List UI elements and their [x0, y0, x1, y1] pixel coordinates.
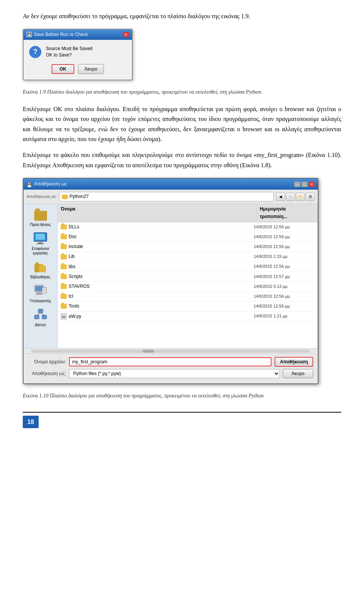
saveas-sidebar-item-recent[interactable]: Πρόσ.θέσεις	[25, 208, 56, 227]
filelist-row[interactable]: Tools14/8/2015 12:56 μμ	[58, 302, 317, 311]
saveas-view-button[interactable]: ☰	[306, 193, 315, 201]
saveas-filename-label: Όνομα αρχείου:	[28, 358, 66, 366]
folder-icon	[61, 254, 67, 259]
saveas-path-box[interactable]: Python27	[59, 192, 274, 201]
saveas-filetype-select[interactable]: Python files (*.py,*.pyw)	[69, 369, 280, 378]
filelist-row[interactable]: Scripts14/8/2015 12:57 μμ	[58, 272, 317, 282]
save-dialog-close-button[interactable]: ✕	[123, 32, 129, 37]
filelist-row-name: tcl	[61, 293, 254, 300]
saveas-sidebar-item-desktop[interactable]: Επιφάνεια εργασίας	[25, 232, 56, 256]
saveas-filetype-row: Αποθήκευση ως: Python files (*.py,*.pyw)…	[28, 369, 313, 378]
caption1: Εικόνα 1.9 Πλαίσιο διαλόγου για αποθήκευ…	[23, 88, 341, 96]
filelist-row-name: include	[61, 243, 254, 250]
svg-rect-16	[38, 309, 43, 313]
filelist-row[interactable]: include14/8/2015 12:56 μμ	[58, 242, 317, 252]
saveas-hscroll[interactable]	[24, 348, 318, 353]
svg-line-19	[37, 313, 41, 315]
computer-icon	[34, 284, 47, 298]
folder-icon	[61, 264, 67, 269]
filelist-row-date: 14/8/2015 12:57 μμ	[254, 273, 314, 280]
filelist-row-date: 14/8/2015 12:56 μμ	[254, 243, 314, 250]
filelist-row[interactable]: tcl14/8/2015 12:56 μμ	[58, 292, 317, 302]
save-dialog-title-icon: 💾	[27, 32, 32, 37]
svg-rect-3	[36, 234, 45, 240]
filelist-row[interactable]: libs14/8/2015 12:56 μμ	[58, 262, 317, 272]
svg-rect-0	[34, 211, 47, 221]
saveas-sidebar-item-desktop-label: Επιφάνεια εργασίας	[25, 247, 56, 256]
saveas-toolbar: Αποθήκευση σε: Python27 ◀ ↑ 📁 ☰	[24, 190, 318, 204]
saveas-filename-input-container	[69, 357, 271, 366]
paragraph1: Επιλέγουμε ΟΚ στο πλαίσιο διαλόγου. Επει…	[23, 104, 341, 144]
saveas-sidebar-item-library-label: Βιβλιοθήκες	[30, 275, 50, 280]
save-dialog-titlebar: 💾 Save Before Run or Check ✕	[24, 30, 132, 40]
saveas-sidebar-item-computer-label: Υπολογιστής	[30, 299, 51, 303]
save-dialog-title: Save Before Run or Check	[34, 31, 88, 38]
filelist-row-date: 14/8/2015 1:21 μμ	[254, 313, 314, 320]
folder-icon	[61, 244, 67, 249]
saveas-sidebar-item-computer[interactable]: Υπολογιστής	[25, 284, 56, 303]
filelist-row-name: DLLs	[61, 223, 254, 231]
desktop-icon	[34, 232, 47, 245]
svg-rect-18	[42, 315, 47, 319]
saveas-filename-row: Όνομα αρχείου: Αποθήκευση	[28, 357, 313, 367]
save-dialog-cancel-button[interactable]: Άκυρο	[78, 64, 104, 74]
saveas-minimize-button[interactable]: ─	[294, 182, 300, 187]
saveas-sidebar: Πρόσ.θέσεις Επιφάνεια εργασίας	[24, 204, 58, 348]
filelist-row-filename: STAVROS	[69, 283, 90, 290]
filelist-row-filename: Tools	[69, 303, 79, 310]
filelist-row-date: 14/8/2015 12:56 μμ	[254, 293, 314, 300]
saveas-close-button[interactable]: ✕	[309, 182, 315, 187]
hscroll-thumb	[143, 350, 154, 353]
saveas-cancel-button[interactable]: Άκυρο	[283, 369, 313, 378]
filelist-row-filename: aW.py	[69, 313, 81, 320]
saveas-filename-input[interactable]	[69, 357, 271, 366]
saveas-dialog-container: 💾 Αποθήκευση ως ─ □ ✕ Αποθήκευση σε: Pyt…	[23, 178, 341, 384]
svg-rect-8	[39, 265, 46, 272]
intro-text: Αν δεν έχουμε αποθηκεύσει το πρόγραμμα, …	[23, 11, 341, 21]
caption2: Εικόνα 1.10 Πλαίσιο διαλόγου για αποθήκε…	[23, 392, 341, 400]
svg-line-20	[41, 313, 44, 315]
saveas-filelist[interactable]: Όνομα Ημερομηνία τροποποίη... DLLs14/8/2…	[58, 204, 318, 348]
hscroll-track	[31, 350, 310, 353]
filelist-row[interactable]: Lib14/8/2015 1:19 μμ	[58, 252, 317, 262]
filelist-row-date: 14/8/2015 12:56 μμ	[254, 234, 314, 240]
path-folder-icon	[62, 195, 68, 199]
question-icon: ?	[29, 46, 41, 58]
saveas-bottom: Όνομα αρχείου: Αποθήκευση Αποθήκευση ως:…	[24, 353, 318, 383]
filelist-col-date-header: Ημερομηνία τροποποίη...	[257, 204, 317, 221]
saveas-up-button[interactable]: ↑	[286, 193, 295, 201]
filelist-row-filename: Lib	[69, 253, 75, 260]
filelist-row-filename: libs	[69, 263, 75, 270]
folder-icon	[61, 225, 67, 229]
saveas-save-button[interactable]: Αποθήκευση	[275, 357, 313, 367]
saveas-newfolder-button[interactable]: 📁	[296, 193, 305, 201]
filelist-row-name: libs	[61, 263, 254, 270]
saveas-sidebar-item-library[interactable]: Βιβλιοθήκες	[25, 260, 56, 280]
saveas-main: Πρόσ.θέσεις Επιφάνεια εργασίας	[24, 204, 318, 348]
filelist-row[interactable]: DLLs14/8/2015 12:56 μμ	[58, 222, 317, 232]
saveas-titlebar-left: 💾 Αποθήκευση ως	[27, 181, 67, 188]
library-icon	[34, 260, 47, 274]
filelist-row-filename: Doc	[69, 233, 77, 240]
svg-rect-17	[35, 315, 39, 319]
filelist-header: Όνομα Ημερομηνία τροποποίη...	[58, 204, 317, 222]
svg-rect-15	[43, 288, 46, 292]
saveas-controls: ─ □ ✕	[294, 182, 315, 187]
save-dialog-ok-button[interactable]: OK	[52, 64, 74, 74]
saveas-sidebar-item-network[interactable]: Δίκτυο	[25, 308, 56, 327]
filelist-row[interactable]: STAVROS14/8/2015 5:13 μμ	[58, 282, 317, 292]
file-icon: py	[61, 313, 67, 319]
svg-rect-9	[40, 264, 43, 266]
saveas-maximize-button[interactable]: □	[301, 182, 308, 187]
filelist-row[interactable]: Doc14/8/2015 12:56 μμ	[58, 232, 317, 242]
filelist-col-name-header: Όνομα	[58, 204, 257, 221]
paragraph2: Επιλέγουμε το φάκελο που επιθυμούμε και …	[23, 150, 341, 170]
saveas-path-label: Αποθήκευση σε:	[27, 193, 57, 200]
save-dialog: 💾 Save Before Run or Check ✕ ? Source Mu…	[23, 29, 133, 81]
saveas-filetype-label: Αποθήκευση ως:	[28, 370, 66, 377]
svg-rect-1	[35, 209, 40, 212]
saveas-back-button[interactable]: ◀	[276, 193, 285, 201]
filelist-row-name: Scripts	[61, 273, 254, 280]
filelist-row-name: Tools	[61, 303, 254, 310]
filelist-row[interactable]: pyaW.py14/8/2015 1:21 μμ	[58, 312, 317, 322]
